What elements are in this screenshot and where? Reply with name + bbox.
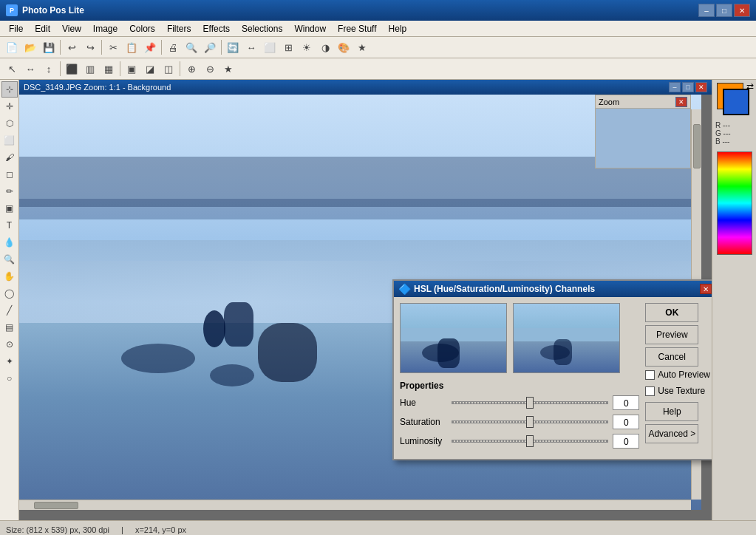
hsl-luminosity-value[interactable]: 0 (613, 434, 639, 449)
tb-flip[interactable]: ↔ (242, 38, 260, 56)
tb-open[interactable]: 📂 (21, 38, 39, 56)
tb2-3[interactable]: ↕ (40, 60, 58, 78)
lt-crop2[interactable]: ⬜ (1, 132, 18, 149)
tb-contrast[interactable]: ◑ (316, 38, 334, 56)
menu-window[interactable]: Window (288, 22, 332, 35)
lt-move[interactable]: ✛ (1, 98, 18, 115)
hsl-hue-value[interactable]: 0 (613, 395, 639, 410)
menu-edit[interactable]: Edit (29, 22, 56, 35)
tb-crop[interactable]: ⬜ (261, 38, 279, 56)
left-toolbar: ⊹ ✛ ⬡ ⬜ 🖌 ◻ ✏ ▣ T 💧 🔍 ✋ ◯ ╱ ▤ ⊙ ✦ ○ (0, 80, 19, 520)
hsl-hue-thumb[interactable] (526, 397, 534, 409)
hsl-close-button[interactable]: ✕ (700, 284, 712, 294)
doc-maximize[interactable]: □ (682, 82, 694, 92)
tb-paste[interactable]: 📌 (141, 38, 159, 56)
menu-effects[interactable]: Effects (197, 22, 236, 35)
lt-hand[interactable]: ✋ (1, 268, 18, 284)
menu-selections[interactable]: Selections (236, 22, 288, 35)
tb2-2[interactable]: ↔ (21, 60, 39, 78)
h-scrollbar[interactable] (19, 500, 691, 510)
hsl-hue-label: Hue (400, 398, 452, 408)
swap-colors-icon[interactable]: ⇄ (746, 81, 754, 92)
tb2-9[interactable]: ◫ (160, 60, 177, 78)
menu-help[interactable]: Help (383, 22, 413, 35)
tb-filter[interactable]: ★ (353, 38, 371, 56)
hsl-preview-button[interactable]: Preview (645, 325, 698, 344)
tb-brightness[interactable]: ☀ (298, 38, 316, 56)
hsl-saturation-value[interactable]: 0 (613, 415, 639, 429)
tb-zoom-out[interactable]: 🔎 (201, 38, 219, 56)
app-title-bar: P Photo Pos Lite – □ ✕ (0, 0, 756, 21)
tb2-11[interactable]: ⊖ (201, 60, 219, 78)
tb-color[interactable]: 🎨 (335, 38, 353, 56)
hsl-saturation-thumb[interactable] (526, 416, 534, 428)
tb2-8[interactable]: ◪ (141, 60, 159, 78)
hsl-help-button[interactable]: Help (645, 402, 698, 421)
hsl-cancel-button[interactable]: Cancel (645, 347, 698, 367)
lt-eraser[interactable]: ◻ (1, 166, 18, 183)
hsl-body: Properties Hue 0 Saturation (394, 297, 712, 459)
tb2-10[interactable]: ⊕ (183, 60, 200, 78)
toolbar-secondary: ↖ ↔ ↕ ⬛ ▥ ▦ ▣ ◪ ◫ ⊕ ⊖ ★ (0, 58, 756, 79)
tb2-6[interactable]: ▦ (100, 60, 118, 78)
lt-fill[interactable]: ▣ (1, 200, 18, 217)
tb-resize[interactable]: ⊞ (279, 38, 297, 56)
tb-new[interactable]: 📄 (3, 38, 21, 56)
menu-view[interactable]: View (56, 22, 87, 35)
lt-heal[interactable]: ✦ (1, 353, 18, 369)
lt-select[interactable]: ⊹ (1, 81, 18, 98)
tb-print[interactable]: 🖨 (164, 38, 182, 56)
lt-lasso[interactable]: ⬡ (1, 115, 18, 132)
lt-zoom2[interactable]: 🔍 (1, 251, 18, 268)
tb2-sep1 (60, 61, 61, 76)
doc-minimize[interactable]: – (669, 82, 681, 92)
v-scroll-thumb[interactable] (693, 124, 701, 168)
menu-colors[interactable]: Colors (123, 22, 161, 35)
menu-image[interactable]: Image (87, 22, 123, 35)
lt-brush[interactable]: 🖌 (1, 149, 18, 166)
tb2-4[interactable]: ⬛ (63, 60, 81, 78)
tb2-1[interactable]: ↖ (3, 60, 21, 78)
close-button[interactable]: ✕ (734, 4, 750, 17)
color-gradient-picker[interactable] (717, 151, 752, 255)
menu-file[interactable]: File (3, 22, 29, 35)
lt-line[interactable]: ╱ (1, 302, 18, 318)
hsl-use-texture-checkbox[interactable] (645, 386, 655, 396)
zoom-close[interactable]: ✕ (675, 97, 687, 107)
tb-zoom-in[interactable]: 🔍 (183, 38, 200, 56)
hsl-auto-preview-checkbox[interactable] (645, 370, 655, 380)
lt-pencil[interactable]: ✏ (1, 183, 18, 200)
tb-rotate[interactable]: 🔄 (224, 38, 242, 56)
tb-undo[interactable]: ↩ (63, 38, 81, 56)
hsl-hue-slider[interactable] (452, 395, 608, 410)
hsl-luminosity-slider[interactable] (452, 434, 608, 449)
tb2-12[interactable]: ★ (219, 60, 237, 78)
tb-cut[interactable]: ✂ (104, 38, 122, 56)
hsl-preview-before (400, 303, 507, 373)
tb2-5[interactable]: ▥ (81, 60, 99, 78)
menu-freestuff[interactable]: Free Stuff (332, 22, 382, 35)
hsl-luminosity-thumb[interactable] (526, 435, 534, 447)
lt-stamp[interactable]: ⊙ (1, 336, 18, 352)
minimize-button[interactable]: – (698, 4, 715, 17)
lt-text[interactable]: T (1, 217, 18, 234)
lt-gradient[interactable]: ▤ (1, 319, 18, 335)
lt-dodge[interactable]: ○ (1, 370, 18, 386)
main-area: ⊹ ✛ ⬡ ⬜ 🖌 ◻ ✏ ▣ T 💧 🔍 ✋ ◯ ╱ ▤ ⊙ ✦ ○ DSC_… (0, 80, 756, 520)
tb-copy[interactable]: 📋 (123, 38, 140, 56)
maximize-button[interactable]: □ (716, 4, 732, 17)
h-scroll-thumb[interactable] (34, 502, 78, 509)
lt-shape[interactable]: ◯ (1, 285, 18, 301)
tb-save[interactable]: 💾 (40, 38, 58, 56)
foreground-color-swatch[interactable] (723, 89, 749, 115)
doc-close[interactable]: ✕ (695, 82, 707, 92)
hsl-saturation-slider[interactable] (452, 415, 608, 429)
tb-redo[interactable]: ↪ (81, 38, 99, 56)
doc-controls: – □ ✕ (669, 82, 707, 92)
tb2-7[interactable]: ▣ (123, 60, 140, 78)
hsl-advanced-button[interactable]: Advanced > (645, 424, 698, 443)
status-sep: | (121, 525, 123, 534)
lt-eyedrop[interactable]: 💧 (1, 234, 18, 251)
menu-filters[interactable]: Filters (161, 22, 197, 35)
hsl-ok-button[interactable]: OK (645, 303, 698, 322)
